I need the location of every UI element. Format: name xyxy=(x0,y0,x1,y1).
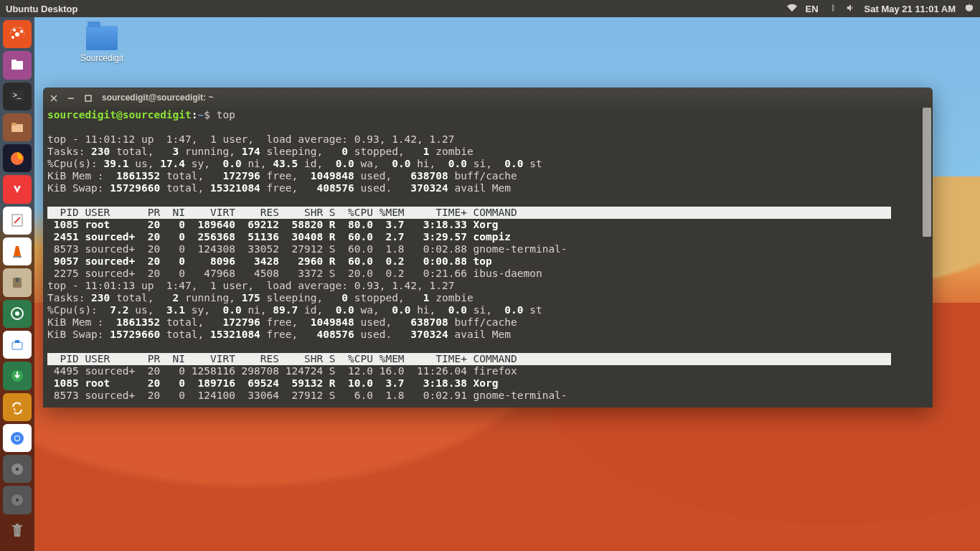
terminal-output[interactable]: sourcedigit@sourcedigit:~$ top top - 11:… xyxy=(43,108,933,408)
launcher-software[interactable] xyxy=(3,331,32,359)
minimize-icon[interactable] xyxy=(67,94,75,101)
svg-rect-10 xyxy=(11,123,17,126)
svg-rect-16 xyxy=(16,278,19,282)
svg-text:>_: >_ xyxy=(13,91,22,99)
clock[interactable]: Sat May 21 11:01 AM xyxy=(864,4,956,14)
svg-point-28 xyxy=(16,499,19,501)
svg-point-1 xyxy=(15,32,19,37)
svg-point-18 xyxy=(15,311,19,316)
dash-icon[interactable] xyxy=(3,20,32,48)
svg-rect-14 xyxy=(13,256,22,258)
launcher-nautilus[interactable] xyxy=(3,113,32,141)
svg-rect-19 xyxy=(12,342,22,349)
svg-point-3 xyxy=(11,36,14,39)
launcher-archive[interactable] xyxy=(3,268,32,296)
svg-point-24 xyxy=(15,436,19,441)
top-panel: Ubuntu Desktop EN Sat May 21 11:01 AM xyxy=(0,0,980,17)
terminal-scrollbar[interactable] xyxy=(924,108,931,405)
folder-icon xyxy=(86,26,118,50)
unity-launcher: >_ xyxy=(0,17,34,551)
sound-icon[interactable] xyxy=(846,3,856,15)
launcher-screenshot[interactable] xyxy=(3,300,32,328)
launcher-disks2[interactable] xyxy=(3,486,32,514)
bluetooth-icon[interactable] xyxy=(827,3,837,15)
svg-rect-20 xyxy=(15,340,19,343)
terminal-window: sourcedigit@sourcedigit: ~ sourcedigit@s… xyxy=(43,88,933,408)
launcher-disks[interactable] xyxy=(3,455,32,483)
window-title: sourcedigit@sourcedigit: ~ xyxy=(102,93,213,103)
svg-point-26 xyxy=(16,468,19,471)
launcher-gedit[interactable] xyxy=(3,207,32,235)
svg-point-4 xyxy=(13,29,16,32)
scrollbar-thumb[interactable] xyxy=(923,108,931,237)
launcher-terminal[interactable]: >_ xyxy=(3,83,32,110)
maximize-icon[interactable] xyxy=(85,94,92,101)
launcher-mintupdate[interactable] xyxy=(3,362,32,390)
network-icon[interactable] xyxy=(787,3,797,15)
close-icon[interactable] xyxy=(50,94,57,101)
window-titlebar[interactable]: sourcedigit@sourcedigit: ~ xyxy=(43,88,933,108)
svg-rect-30 xyxy=(85,95,91,101)
launcher-files[interactable] xyxy=(3,51,32,79)
desktop-folder-label: Sourcedigit xyxy=(76,53,128,63)
launcher-chromium[interactable] xyxy=(3,424,32,452)
launcher-vivaldi[interactable] xyxy=(3,175,32,203)
panel-title[interactable]: Ubuntu Desktop xyxy=(6,4,77,14)
launcher-firefox[interactable] xyxy=(3,144,32,172)
svg-rect-6 xyxy=(11,60,17,62)
keyboard-lang[interactable]: EN xyxy=(806,4,819,14)
svg-rect-29 xyxy=(16,524,19,525)
desktop-folder[interactable]: Sourcedigit xyxy=(76,26,128,63)
trash-icon[interactable] xyxy=(3,517,32,545)
power-icon[interactable] xyxy=(964,3,974,15)
launcher-vlc[interactable] xyxy=(3,237,32,265)
launcher-sync[interactable] xyxy=(3,393,32,421)
svg-point-2 xyxy=(20,30,23,33)
